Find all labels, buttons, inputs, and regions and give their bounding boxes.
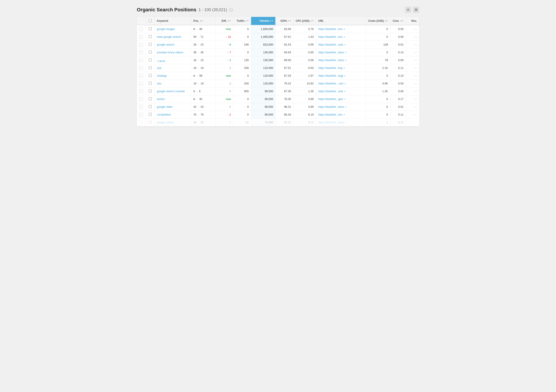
pos-cell: →99 [193, 74, 213, 77]
url-link[interactable]: https://backlink...deos↗ [318, 105, 363, 108]
kd-cell: 87.26 [276, 72, 293, 80]
kd-cell: 91.53 [276, 41, 293, 49]
row-checkbox[interactable] [149, 90, 152, 92]
keyword-link[interactable]: competitive [157, 113, 171, 116]
row-checkbox[interactable] [149, 113, 152, 116]
table-row: ›seo19 → 190330110,00079.2214.82https://… [137, 80, 419, 88]
th-traffic[interactable]: Traffic ▲▼ [233, 17, 251, 25]
volume-cell: 90,500 [251, 95, 276, 103]
url-link[interactable]: https://backlink...deos↗ [318, 51, 363, 54]
url-link[interactable]: https://backlink...deos↗ [318, 121, 363, 124]
info-icon[interactable]: i [229, 8, 233, 12]
table-row: ›google video43 → 430090,50096.310.89htt… [137, 103, 419, 111]
expand-row-button[interactable]: › [139, 66, 143, 70]
pos-cell: →86 [193, 28, 213, 31]
row-checkbox[interactable] [149, 82, 152, 85]
row-checkbox[interactable] [149, 121, 152, 124]
url-link[interactable]: https://backlink...ting↗ [318, 67, 363, 69]
url-link[interactable]: https://backlink...tegy↗ [318, 74, 363, 77]
diff-cell: ↓ 2 [216, 111, 233, 119]
keyword-link[interactable]: google video [157, 105, 173, 108]
expand-row-button[interactable]: › [139, 74, 143, 78]
expand-row-button[interactable]: › [139, 50, 143, 54]
costs-sort-icon: ▲▼ [385, 20, 388, 22]
url-link[interactable]: https://backlink...sole↗ [318, 43, 363, 46]
keyword-link[interactable]: يوتيوب [157, 59, 165, 62]
keyword-link[interactable]: google images [157, 28, 175, 31]
url-link[interactable]: https://backlink...tors↗ [318, 28, 363, 31]
expand-row-button[interactable]: › [139, 113, 143, 117]
traffic-sort-icon: ▲▼ [245, 20, 249, 22]
keyword-link[interactable]: cpa [157, 67, 162, 69]
keyword-link[interactable]: seo [157, 82, 162, 85]
th-keyword[interactable]: Keyword [154, 17, 191, 25]
diff-cell: new [216, 25, 233, 33]
url-cell: https://backlink...-seo↗ [316, 80, 366, 88]
diff-cell: 0 [216, 103, 233, 111]
keyword-link[interactable]: youtube funny videos [157, 51, 183, 54]
url-link[interactable]: https://backlink...tors↗ [318, 35, 363, 38]
pos-cell: 36 → 26 [193, 121, 213, 124]
expand-row-button[interactable]: › [139, 35, 143, 39]
gear-button[interactable] [405, 7, 411, 13]
expand-button[interactable] [413, 7, 419, 13]
keyword-link[interactable]: tactics [157, 98, 165, 101]
row-checkbox[interactable] [149, 97, 152, 100]
diff-cell: ↓ 12 [216, 33, 233, 41]
url-link[interactable]: https://backlink...sole↗ [318, 90, 363, 93]
expand-row-button[interactable]: › [139, 58, 143, 62]
table-row: ›google images→86new01,830,00083.660.76h… [137, 25, 419, 33]
keyword-link[interactable]: strategy [157, 74, 167, 77]
res-cell: — [406, 25, 419, 33]
res-cell: — [406, 33, 419, 41]
th-volume[interactable]: Volume ▲▼ [251, 17, 276, 25]
keyword-link[interactable]: www google search [157, 35, 181, 38]
row-checkbox[interactable] [149, 59, 152, 61]
page-title: Organic Search Positions [137, 7, 196, 13]
res-cell: — [406, 80, 419, 88]
th-costs[interactable]: Costs (USD) ▲▼ [366, 17, 390, 25]
expand-row-button[interactable]: › [139, 89, 143, 93]
expand-row-button[interactable]: › [139, 82, 143, 86]
th-com[interactable]: Com. ▲▼ [390, 17, 406, 25]
row-checkbox[interactable] [149, 35, 152, 38]
expand-row-button[interactable]: › [139, 105, 143, 109]
kd-sort-icon: ▲▼ [287, 20, 291, 22]
url-link[interactable]: https://backlink...tion↗ [318, 113, 363, 116]
keyword-link[interactable]: google search [157, 43, 175, 46]
com-cell: 0.50 [390, 80, 406, 88]
url-link[interactable]: https://backlink...-seo↗ [318, 82, 363, 85]
pos-cell: 16 → 15 [193, 59, 213, 62]
keyword-link[interactable]: google videos [157, 121, 174, 124]
expand-row-button[interactable]: › [139, 27, 143, 31]
cpc-cell: 6.50 [293, 64, 316, 72]
table-row: ›google search29 → 23↑ 6246823,00091.530… [137, 41, 419, 49]
row-checkbox[interactable] [149, 105, 152, 108]
expand-row-button[interactable]: › [139, 43, 143, 47]
traffic-cell: 246 [233, 41, 251, 49]
pos-cell: 59 → 71 [193, 35, 213, 38]
row-checkbox[interactable] [149, 43, 152, 46]
th-res[interactable]: Res. [406, 17, 419, 25]
row-checkbox[interactable] [149, 27, 152, 30]
res-cell: — [406, 103, 419, 111]
th-kd[interactable]: KD% ▲▼ [276, 17, 293, 25]
volume-sort-icon: ▲▼ [270, 20, 273, 22]
res-cell: — [406, 95, 419, 103]
row-checkbox[interactable] [149, 74, 152, 77]
row-checkbox[interactable] [149, 51, 152, 53]
expand-row-button[interactable]: › [139, 97, 143, 101]
row-checkbox[interactable] [149, 66, 152, 69]
url-link[interactable]: https://backlink...deos↗ [318, 59, 363, 62]
th-pos[interactable]: Pos. ▲▼ [191, 17, 216, 25]
url-link[interactable]: https://backlink...gies↗ [318, 98, 363, 101]
table-header-row: Keyword Pos. ▲▼ Diff. ▲▼ [137, 17, 419, 25]
th-cpc[interactable]: CPC (USD) ▲▼ [293, 17, 316, 25]
select-all-checkbox[interactable] [149, 19, 152, 22]
external-link-icon: ↗ [344, 75, 346, 77]
expand-row-button[interactable]: › [139, 121, 143, 124]
keyword-link[interactable]: google search console [157, 90, 185, 93]
th-checkbox[interactable] [146, 17, 154, 25]
th-diff[interactable]: Diff. ▲▼ [216, 17, 233, 25]
costs-cell: 0 [366, 25, 390, 33]
